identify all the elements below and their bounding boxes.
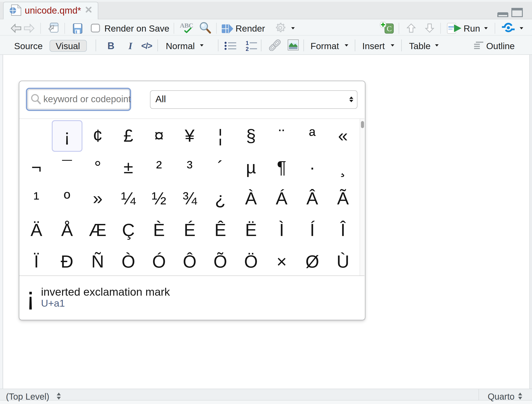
svg-text:2: 2 bbox=[246, 46, 249, 51]
svg-text:C: C bbox=[387, 24, 392, 32]
svg-text:1: 1 bbox=[246, 41, 249, 46]
